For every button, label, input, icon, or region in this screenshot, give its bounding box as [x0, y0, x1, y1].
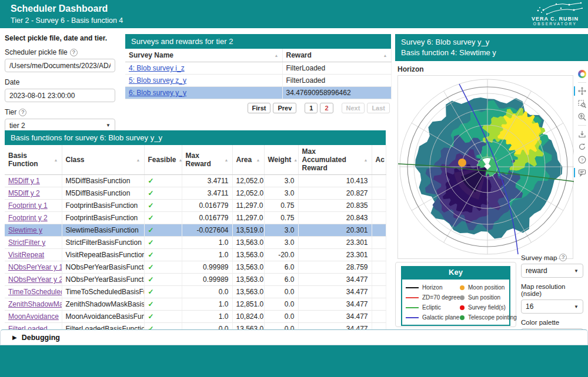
last-page-button[interactable]: Last [367, 103, 390, 113]
area-cell: 12,052.0 [232, 187, 264, 200]
info-icon[interactable]: ? [559, 254, 567, 261]
table-row[interactable]: Footprint y 2 FootprintBasisFunction ✓ 0… [5, 212, 386, 224]
basis-function-link[interactable]: Footprint y 2 [8, 214, 48, 222]
basis-function-cell: VisitRepeat [5, 249, 62, 261]
column-header-class[interactable]: Class▲ [62, 145, 144, 175]
table-row[interactable]: ZenithShadowMask ZenithShadowMaskBasisFu… [5, 298, 386, 311]
pan-tool-icon[interactable] [577, 86, 587, 96]
basis-function-link[interactable]: StrictFilter y [8, 238, 45, 247]
page-1-button[interactable]: 1 [305, 103, 318, 113]
debugging-expander[interactable]: ▶ Debugging [0, 329, 588, 345]
legend-dot-swatch [460, 305, 465, 310]
column-header-clipped[interactable]: Ac [372, 145, 386, 175]
table-row[interactable]: Footprint y 1 FootprintBasisFunction ✓ 0… [5, 200, 386, 212]
basis-function-link[interactable]: M5Diff y 1 [8, 177, 40, 185]
footer-bar [0, 345, 588, 377]
table-row[interactable]: MoonAvoidance MoonAvoidanceBasisFunction… [5, 311, 386, 323]
legend-line-item: Horizon [406, 284, 456, 291]
table-row[interactable]: VisitRepeat VisitRepeatBasisFunction ✓ 1… [5, 249, 386, 261]
column-header-survey-name[interactable]: Survey Name ▲ [125, 49, 282, 62]
max-reward-cell: -0.027604 [182, 224, 232, 237]
column-header-weight[interactable]: Weight▲ [264, 145, 298, 175]
basis-function-link[interactable]: MoonAvoidance [8, 312, 59, 321]
column-header-reward[interactable]: Reward ▲ [282, 49, 391, 62]
column-header-max-accumulated-reward[interactable]: Max Accumulated Reward▲ [298, 145, 372, 175]
save-tool-icon[interactable] [577, 129, 587, 139]
max-accumulated-reward-cell: 34.477 [298, 274, 372, 286]
basis-function-cell: Footprint y 1 [5, 200, 62, 212]
table-row[interactable]: NObsPerYear y 2 NObsPerYearBasisFunction… [5, 274, 386, 286]
date-input[interactable] [5, 89, 115, 102]
sort-asc-icon: ▲ [275, 53, 279, 58]
table-row[interactable]: 4: Blob survey i_z FilterLoaded [125, 62, 391, 75]
reset-tool-icon[interactable] [577, 142, 587, 152]
clipped-cell [372, 200, 386, 212]
sky-plot[interactable] [397, 75, 573, 259]
legend-line-swatch [406, 297, 419, 298]
basis-function-link[interactable]: Slewtime y [8, 226, 42, 234]
basis-function-link[interactable]: ZenithShadowMask [8, 300, 62, 308]
info-icon[interactable]: ? [70, 49, 78, 56]
next-page-button[interactable]: Next [342, 103, 365, 113]
column-header-area[interactable]: Area▲ [232, 145, 264, 175]
max-accumulated-reward-cell: 20.843 [298, 212, 372, 224]
box-zoom-tool-icon[interactable] [577, 99, 587, 109]
column-header-feasible[interactable]: Feasible▲ [144, 145, 182, 175]
basis-function-cell: NObsPerYear y 1 [5, 261, 62, 274]
bokeh-logo-icon[interactable] [577, 69, 587, 79]
table-row[interactable]: NObsPerYear y 1 NObsPerYearBasisFunction… [5, 261, 386, 274]
area-cell: 13,563.0 [232, 249, 264, 261]
max-reward-cell: 1.0 [182, 311, 232, 323]
nside-select[interactable]: 16 ▼ [521, 299, 583, 314]
basis-function-link[interactable]: NObsPerYear y 2 [8, 275, 62, 284]
table-row[interactable]: Slewtime y SlewtimeBasisFunction ✓ -0.02… [5, 224, 386, 237]
info-icon[interactable]: ? [19, 109, 26, 116]
column-header-basis-function[interactable]: Basis Function▲ [5, 145, 62, 175]
basis-function-cell: MoonAvoidance [5, 311, 62, 323]
basis-function-link[interactable]: Footprint y 1 [8, 201, 48, 210]
help-tool-icon[interactable]: ? [577, 155, 587, 164]
prev-page-button[interactable]: Prev [273, 103, 296, 113]
basis-function-link[interactable]: VisitRepeat [8, 251, 44, 259]
first-page-button[interactable]: First [248, 103, 271, 113]
column-header-max-reward[interactable]: Max Reward▲ [182, 145, 232, 175]
table-row[interactable]: M5Diff y 1 M5DiffBasisFunction ✓ 3.4711 … [5, 175, 386, 187]
basis-function-link[interactable]: M5Diff y 2 [8, 189, 40, 197]
rubin-observatory-logo: VERA C. RUBIN OBSERVATORY [524, 1, 586, 28]
table-row[interactable]: M5Diff y 2 M5DiffBasisFunction ✓ 3.4711 … [5, 187, 386, 200]
clipped-cell [372, 311, 386, 323]
max-reward-cell: 1.0 [182, 298, 232, 311]
table-row[interactable]: 6: Blob survey y_y 34.47690958996462 [125, 87, 391, 99]
top-header-bar: Scheduler Dashboard Tier 2 - Survey 6 - … [0, 0, 588, 28]
survey-map-select[interactable]: reward ▼ [521, 264, 583, 278]
pickle-file-input[interactable] [5, 59, 115, 72]
table-row[interactable]: StrictFilter y StrictFilterBasisFunction… [5, 237, 386, 249]
key-legend-grid: HorizonMoon positionZD=70 degreesSun pos… [401, 278, 510, 326]
clipped-cell [372, 298, 386, 311]
survey-link[interactable]: 6: Blob survey y_y [129, 89, 186, 97]
table-row[interactable]: TimeToScheduled TimeToScheduledBasisFunc… [5, 286, 386, 298]
basis-function-link[interactable]: NObsPerYear y 1 [8, 263, 62, 271]
survey-link[interactable]: 4: Blob survey i_z [129, 64, 185, 72]
page-2-button[interactable]: 2 [320, 103, 333, 113]
area-cell: 11,297.0 [232, 200, 264, 212]
table-row[interactable]: 5: Blob survey z_y FilterLoaded [125, 75, 391, 87]
wheel-zoom-tool-icon[interactable] [577, 112, 587, 122]
surveys-panel: Surveys and rewards for tier 2 Survey Na… [125, 34, 391, 117]
hover-tool-icon[interactable] [577, 168, 587, 177]
survey-link[interactable]: 5: Blob survey z_y [129, 76, 186, 85]
basis-function-link[interactable]: TimeToScheduled [8, 288, 62, 296]
area-cell: 11,297.0 [232, 212, 264, 224]
basis-function-cell: M5Diff y 1 [5, 175, 62, 187]
sky-title-line2: Basis function 4: Slewtime y [401, 48, 582, 58]
weight-cell: 0.0 [264, 286, 298, 298]
legend-row: EclipticSurvey field(s) [406, 302, 506, 312]
sort-asc-icon: ▲ [364, 158, 368, 162]
legend-row: Galactic planeTelescope pointing [406, 312, 506, 322]
area-cell: 13,563.0 [232, 237, 264, 249]
weight-cell: 0.75 [264, 200, 298, 212]
surveys-table-body: 4: Blob survey i_z FilterLoaded 5: Blob … [125, 62, 391, 99]
max-reward-cell: 3.4711 [182, 175, 232, 187]
clipped-cell [372, 187, 386, 200]
survey-reward-cell: FilterLoaded [282, 75, 391, 87]
